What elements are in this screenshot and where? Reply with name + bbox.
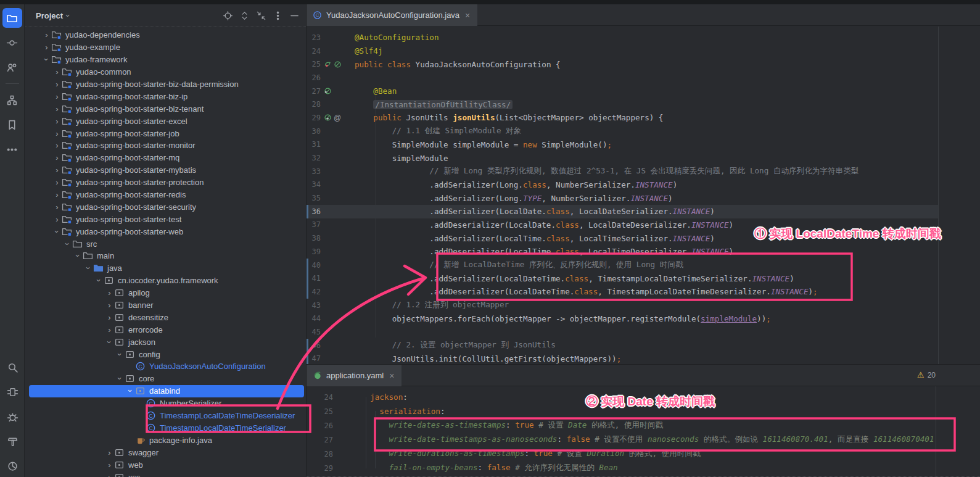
- chevron-closed-icon[interactable]: ›: [52, 104, 62, 114]
- chevron-closed-icon[interactable]: ›: [105, 301, 114, 310]
- project-icon[interactable]: [2, 8, 22, 28]
- java-line-29[interactable]: 29@ public JsonUtils jsonUtils(List<Obje…: [307, 111, 938, 125]
- chevron-closed-icon[interactable]: ›: [52, 67, 62, 77]
- java-line-41[interactable]: 41 .addSerializer(LocalDateTime.class, T…: [307, 272, 938, 285]
- java-line-38[interactable]: 38 .addSerializer(LocalTime.class, Local…: [307, 231, 938, 245]
- java-line-27[interactable]: 27 @Bean: [307, 85, 938, 98]
- java-line-43[interactable]: 43 // 1.2 注册到 objectMapper: [307, 299, 938, 312]
- tree-item-jackson[interactable]: ›jackson: [25, 336, 307, 348]
- yaml-line-27[interactable]: 27 write-date-timestamps-as-nanoseconds:…: [307, 433, 936, 447]
- chevron-closed-icon[interactable]: ›: [42, 43, 51, 52]
- line-number[interactable]: 25: [308, 407, 333, 416]
- chevron-closed-icon[interactable]: ›: [52, 92, 62, 101]
- tree-item-yudao-dependencies[interactable]: ›yudao-dependencies: [25, 29, 307, 41]
- structure-icon[interactable]: [2, 90, 22, 110]
- line-number[interactable]: 27: [308, 436, 333, 444]
- inspection-warnings-widget[interactable]: ⚠ 20: [917, 370, 936, 380]
- chevron-open-icon[interactable]: ›: [105, 338, 114, 347]
- line-number[interactable]: 45: [308, 328, 321, 336]
- chevron-open-icon[interactable]: ›: [126, 386, 135, 396]
- tree-item-java[interactable]: ›java: [25, 262, 307, 275]
- chevron-closed-icon[interactable]: ›: [52, 153, 62, 162]
- java-line-23[interactable]: 23@AutoConfiguration: [307, 31, 938, 44]
- java-line-46[interactable]: 46 // 2. 设置 objectMapper 到 JsonUtils: [307, 339, 938, 352]
- java-line-40[interactable]: 40 // 新增 LocalDateTime 序列化、反序列化规则, 使用 Lo…: [307, 259, 938, 272]
- java-line-42[interactable]: 42 .addDeserializer(LocalDateTime.class,…: [307, 285, 938, 299]
- bookmarks-icon[interactable]: [2, 115, 22, 135]
- line-number[interactable]: 28: [308, 100, 321, 109]
- line-number[interactable]: 35: [308, 194, 321, 202]
- java-line-28[interactable]: 28 /InstantiationOfUtilityClass/: [307, 97, 938, 111]
- line-number[interactable]: 40: [308, 261, 321, 270]
- yaml-line-26[interactable]: 26 write-dates-as-timestamps: true # 设置 …: [307, 418, 936, 433]
- yaml-line-28[interactable]: 28 write-durations-as-timestamps: true #…: [307, 447, 936, 461]
- line-number[interactable]: 24: [308, 393, 333, 402]
- tree-item-package-info.java[interactable]: package-info.java: [25, 434, 307, 446]
- tree-item-yudao-framework[interactable]: ›yudao-framework: [25, 54, 307, 66]
- line-number[interactable]: 28: [308, 450, 333, 458]
- chevron-open-icon[interactable]: ›: [94, 276, 104, 285]
- tab-java-file[interactable]: C YudaoJacksonAutoConfiguration.java ×: [307, 4, 477, 26]
- yaml-editor[interactable]: 23 # Jackson 配置项24 jackson:25 serializat…: [307, 364, 980, 477]
- bean-icon[interactable]: [334, 60, 342, 68]
- chevron-closed-icon[interactable]: ›: [52, 129, 62, 138]
- tree-item-databind[interactable]: ›databind: [25, 385, 307, 397]
- line-number[interactable]: 42: [308, 288, 321, 296]
- yaml-code-area[interactable]: 23 # Jackson 配置项24 jackson:25 serializat…: [307, 376, 936, 475]
- chevron-closed-icon[interactable]: ›: [52, 202, 62, 212]
- line-number[interactable]: 26: [308, 421, 333, 430]
- line-number[interactable]: 29: [308, 464, 333, 473]
- hide-panel-icon[interactable]: [289, 10, 300, 21]
- tree-item-yudao-spring-boot-starter-redis[interactable]: ›yudao-spring-boot-starter-redis: [25, 189, 307, 201]
- line-number[interactable]: 43: [308, 301, 321, 310]
- chevron-closed-icon[interactable]: ›: [105, 313, 114, 322]
- tree-item-src[interactable]: ›src: [25, 238, 307, 250]
- tree-item-TimestampLocalDateTimeDeserializer[interactable]: CTimestampLocalDateTimeDeserializer: [25, 410, 307, 422]
- java-line-44[interactable]: 44 objectMappers.forEach(objectMapper ->…: [307, 312, 938, 325]
- chevron-closed-icon[interactable]: ›: [105, 460, 114, 470]
- tree-item-xss[interactable]: ›xss: [25, 471, 307, 477]
- line-number[interactable]: 39: [308, 247, 321, 256]
- chevron-closed-icon[interactable]: ›: [42, 30, 51, 39]
- tree-item-desensitize[interactable]: ›desensitize: [25, 311, 307, 323]
- chevron-open-icon[interactable]: ›: [52, 227, 62, 236]
- tree-item-yudao-spring-boot-starter-job[interactable]: ›yudao-spring-boot-starter-job: [25, 127, 307, 139]
- chevron-open-icon[interactable]: ›: [42, 55, 51, 64]
- tree-item-yudao-example[interactable]: ›yudao-example: [25, 41, 307, 54]
- line-number[interactable]: 41: [308, 274, 321, 283]
- java-line-32[interactable]: 32 simpleModule: [307, 151, 938, 165]
- line-number[interactable]: 32: [308, 154, 321, 162]
- locate-file-icon[interactable]: [223, 10, 233, 21]
- tree-item-yudao-spring-boot-starter-biz-ip[interactable]: ›yudao-spring-boot-starter-biz-ip: [25, 90, 307, 102]
- project-panel-title[interactable]: Project: [36, 11, 63, 20]
- chevron-open-icon[interactable]: ›: [115, 350, 125, 359]
- close-icon[interactable]: ×: [389, 371, 394, 381]
- line-number[interactable]: 37: [308, 220, 321, 229]
- springboot-icon[interactable]: [324, 60, 332, 68]
- close-icon[interactable]: ×: [465, 10, 470, 20]
- java-line-36[interactable]: 36 .addSerializer(LocalDate.class, Local…: [307, 205, 938, 218]
- chevron-closed-icon[interactable]: ›: [105, 325, 114, 334]
- tree-item-cn.iocoder.yudao.framework[interactable]: ›cn.iocoder.yudao.framework: [25, 275, 307, 287]
- tree-item-banner[interactable]: ›banner: [25, 299, 307, 312]
- java-line-31[interactable]: 31 SimpleModule simpleModule = new Simpl…: [307, 138, 938, 152]
- java-line-35[interactable]: 35 .addSerializer(Long.TYPE, NumberSeria…: [307, 191, 938, 205]
- line-number[interactable]: 24: [308, 47, 321, 56]
- chevron-closed-icon[interactable]: ›: [52, 80, 62, 89]
- java-line-26[interactable]: 26: [307, 71, 938, 85]
- tree-item-yudao-spring-boot-starter-protection[interactable]: ›yudao-spring-boot-starter-protection: [25, 176, 307, 189]
- chevron-closed-icon[interactable]: ›: [105, 473, 114, 477]
- tree-item-yudao-spring-boot-starter-web[interactable]: ›yudao-spring-boot-starter-web: [25, 225, 307, 238]
- tree-item-swagger[interactable]: ›swagger: [25, 446, 307, 458]
- tree-item-yudao-spring-boot-starter-biz-tenant[interactable]: ›yudao-spring-boot-starter-biz-tenant: [25, 102, 307, 115]
- chevron-closed-icon[interactable]: ›: [52, 178, 62, 187]
- yaml-line-24[interactable]: 24 jackson:: [307, 390, 936, 404]
- options-kebab-icon[interactable]: [273, 10, 283, 21]
- line-number[interactable]: 25: [308, 60, 321, 68]
- tree-item-errorcode[interactable]: ›errorcode: [25, 323, 307, 336]
- java-line-24[interactable]: 24@Slf4j: [307, 44, 938, 58]
- tree-item-yudao-spring-boot-starter-mq[interactable]: ›yudao-spring-boot-starter-mq: [25, 152, 307, 164]
- chevron-closed-icon[interactable]: ›: [52, 215, 62, 224]
- commit-icon[interactable]: [2, 33, 22, 52]
- collapse-all-icon[interactable]: [256, 10, 266, 21]
